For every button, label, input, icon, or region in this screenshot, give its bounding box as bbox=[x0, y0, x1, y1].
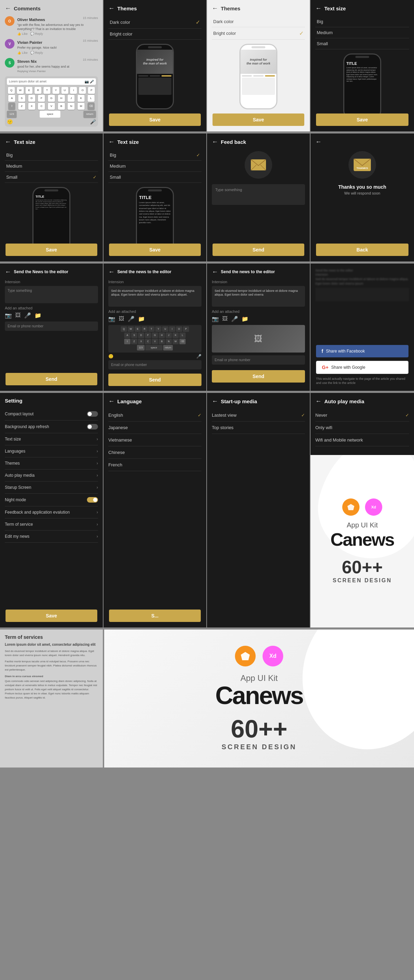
key-g[interactable]: G bbox=[48, 95, 55, 102]
image-icon[interactable]: 🖼 bbox=[119, 316, 124, 322]
key-o[interactable]: O bbox=[176, 326, 182, 332]
key-n[interactable]: N bbox=[166, 339, 172, 344]
key-q[interactable]: Q bbox=[8, 87, 15, 94]
back-arrow[interactable]: ← bbox=[108, 398, 115, 405]
text-size-small[interactable]: Small bbox=[315, 38, 409, 49]
save-button[interactable]: Save bbox=[6, 609, 97, 622]
key-shift[interactable]: ⇧ bbox=[8, 103, 15, 110]
key-w[interactable]: W bbox=[17, 87, 24, 94]
back-arrow[interactable]: ← bbox=[315, 398, 322, 405]
type-something-input[interactable]: Type something bbox=[212, 184, 305, 205]
back-arrow[interactable]: ← bbox=[212, 138, 218, 146]
key-r[interactable]: R bbox=[142, 326, 148, 332]
send-button[interactable]: Send bbox=[6, 373, 97, 385]
terms-setting[interactable]: Term of service › bbox=[5, 519, 98, 531]
key-a[interactable]: A bbox=[8, 95, 15, 102]
emoji-btn[interactable]: 🙂 bbox=[108, 354, 113, 359]
mic-btn[interactable]: 🎤 bbox=[196, 354, 201, 359]
feedback-setting[interactable]: Feedback and application evalution › bbox=[5, 506, 98, 519]
key-z[interactable]: Z bbox=[131, 339, 137, 344]
camera-icon[interactable]: 📷 bbox=[5, 312, 12, 319]
key-shift[interactable]: ⇧ bbox=[124, 339, 131, 344]
comment-input[interactable]: Lorem ipsum dolor sit amet 📷 🎤 bbox=[7, 78, 96, 85]
key-f[interactable]: F bbox=[145, 332, 151, 338]
text-size-small[interactable]: Small ✓ bbox=[5, 172, 98, 183]
text-size-medium[interactable]: Medium bbox=[315, 27, 409, 38]
save-button[interactable]: Save bbox=[316, 113, 408, 126]
key-k[interactable]: K bbox=[78, 95, 84, 102]
text-size-medium[interactable]: Medium bbox=[5, 161, 98, 172]
compact-layout-setting[interactable]: Compact layout bbox=[5, 408, 98, 420]
key-h[interactable]: H bbox=[159, 332, 165, 338]
key-123[interactable]: 123 bbox=[137, 345, 145, 350]
key-delete[interactable]: ⌫ bbox=[179, 339, 186, 344]
mic-btn[interactable]: 🎤 bbox=[90, 119, 96, 124]
key-return[interactable]: return bbox=[163, 345, 173, 350]
back-arrow[interactable]: ← bbox=[108, 138, 115, 146]
key-delete[interactable]: ⌫ bbox=[88, 103, 94, 110]
key-e[interactable]: E bbox=[135, 326, 141, 332]
back-arrow[interactable]: ← bbox=[212, 268, 218, 275]
toggle-compact[interactable] bbox=[87, 411, 98, 417]
mic-icon[interactable]: 🎤 bbox=[231, 316, 238, 322]
back-arrow[interactable]: ← bbox=[108, 5, 115, 12]
key-c[interactable]: C bbox=[38, 103, 45, 110]
folder-icon[interactable]: 📁 bbox=[35, 312, 41, 319]
send-button[interactable]: Send bbox=[108, 374, 201, 386]
back-arrow[interactable]: ← bbox=[108, 268, 115, 275]
theme-bright-option[interactable]: Bright color ✓ bbox=[212, 27, 305, 40]
key-p[interactable]: P bbox=[88, 87, 95, 94]
back-arrow[interactable]: ← bbox=[315, 5, 322, 12]
type-box[interactable]: Sed do eiusmod tempor incididunt ut labo… bbox=[108, 286, 201, 307]
key-l[interactable]: L bbox=[179, 332, 186, 338]
key-d[interactable]: D bbox=[138, 332, 144, 338]
back-arrow[interactable]: ← bbox=[212, 398, 218, 405]
key-f[interactable]: F bbox=[38, 95, 45, 102]
text-size-medium[interactable]: Medium bbox=[108, 161, 201, 172]
key-y[interactable]: Y bbox=[155, 326, 161, 332]
key-o[interactable]: O bbox=[79, 87, 86, 94]
save-button[interactable]: Save bbox=[213, 113, 304, 126]
key-n[interactable]: N bbox=[68, 103, 75, 110]
theme-bright-option[interactable]: Bright color bbox=[108, 29, 201, 40]
key-s[interactable]: S bbox=[18, 95, 25, 102]
camera-icon[interactable]: 📷 bbox=[108, 316, 115, 322]
key-q[interactable]: Q bbox=[121, 326, 127, 332]
back-arrow[interactable]: ← bbox=[315, 138, 322, 146]
key-s[interactable]: S bbox=[131, 332, 137, 338]
key-v[interactable]: V bbox=[152, 339, 158, 344]
reply-action[interactable]: 💬 Reply bbox=[30, 51, 43, 54]
image-icon[interactable]: 🖼 bbox=[222, 316, 228, 322]
key-m[interactable]: M bbox=[172, 339, 179, 344]
lang-french[interactable]: French bbox=[108, 459, 201, 471]
lang-vietnamese[interactable]: Vietnamese bbox=[108, 434, 201, 446]
mic-icon[interactable]: 🎤 bbox=[24, 312, 31, 319]
key-t[interactable]: T bbox=[43, 87, 50, 94]
autoplay-setting[interactable]: Auto play media › bbox=[5, 469, 98, 482]
key-m[interactable]: M bbox=[78, 103, 84, 110]
text-size-setting[interactable]: Text size › bbox=[5, 433, 98, 445]
share-google-button[interactable]: G+ Share with Google bbox=[316, 361, 408, 374]
key-return[interactable]: return bbox=[83, 111, 96, 118]
reply-action[interactable]: 💬 Reply bbox=[30, 32, 43, 35]
key-u[interactable]: U bbox=[162, 326, 168, 332]
autoplay-wifi[interactable]: Only wifi bbox=[315, 422, 409, 434]
save-button[interactable]: Save bbox=[109, 243, 201, 256]
mic-icon[interactable]: 🎤 bbox=[127, 316, 135, 322]
text-size-big[interactable]: Big ✓ bbox=[108, 150, 201, 161]
back-arrow[interactable]: ← bbox=[212, 5, 218, 12]
text-size-big[interactable]: Big bbox=[315, 16, 409, 27]
bg-refresh-setting[interactable]: Background app refresh bbox=[5, 420, 98, 433]
theme-dark-option[interactable]: Dark color bbox=[212, 16, 305, 27]
type-box[interactable]: Type something bbox=[5, 286, 98, 303]
key-123[interactable]: 123 bbox=[7, 111, 17, 118]
lang-english[interactable]: English ✓ bbox=[108, 409, 201, 422]
theme-dark-option[interactable]: Dark color ✓ bbox=[108, 16, 201, 29]
share-facebook-button[interactable]: f Share with Facebook bbox=[316, 345, 408, 357]
email-input[interactable]: Email or phone number bbox=[108, 360, 201, 369]
text-size-small[interactable]: Small bbox=[108, 172, 201, 183]
starup-screen-setting[interactable]: Starup Screen › bbox=[5, 482, 98, 494]
key-d[interactable]: D bbox=[28, 95, 35, 102]
key-a[interactable]: A bbox=[124, 332, 131, 338]
key-space[interactable]: space bbox=[40, 111, 61, 118]
